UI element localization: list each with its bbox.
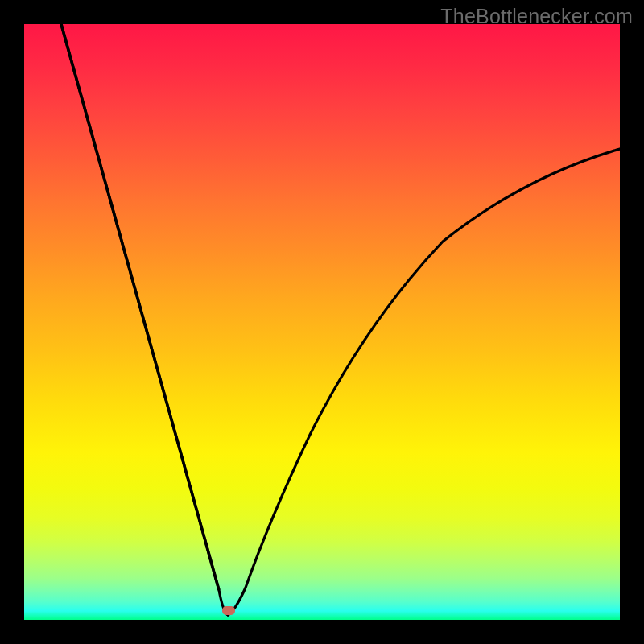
- curve-right-branch: [228, 149, 620, 615]
- plot-area: [24, 24, 620, 620]
- watermark-text: TheBottlenecker.com: [440, 5, 633, 28]
- bottleneck-curve: [24, 24, 620, 620]
- curve-left-branch-thin: [61, 24, 219, 590]
- optimal-point-marker: [222, 606, 235, 615]
- chart-frame: TheBottlenecker.com: [0, 0, 644, 644]
